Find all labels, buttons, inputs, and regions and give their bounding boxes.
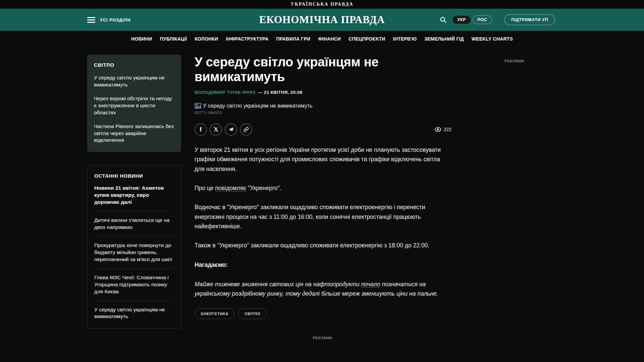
language-toggle: УКР РОС: [453, 15, 492, 24]
eye-icon: [434, 127, 441, 132]
nav-item-2[interactable]: КОЛОНКИ: [195, 36, 218, 42]
paragraph-2: Водночас в "Укренерго" закликали ощадлив…: [195, 202, 451, 231]
paragraph-4: Нагадаємо:: [195, 260, 451, 269]
topic-box-title: СВІТЛО: [94, 62, 174, 68]
article: У середу світло українцям не вимикатимут…: [195, 55, 451, 340]
latest-news-title: ОСТАННІ НОВИНИ: [94, 173, 174, 179]
tag-pill-1[interactable]: СВІТЛО: [238, 308, 267, 319]
nav-item-4[interactable]: ПРАВИЛА ГРИ: [276, 36, 310, 42]
paragraph-0: У вівторок 21 квітня в усіх регіонів Укр…: [195, 145, 451, 174]
nav-item-5[interactable]: ФІНАНСИ: [318, 36, 341, 42]
left-sidebar: СВІТЛО У середу світло українцям не вими…: [87, 55, 181, 328]
article-date: — 21 КВІТНЯ, 20:06: [258, 90, 303, 95]
lang-ros-button[interactable]: РОС: [473, 15, 492, 24]
ukrainska-pravda-logo[interactable]: УКРАЇНСЬКА ПРАВДА: [290, 2, 353, 7]
views-count: 222: [444, 127, 451, 132]
share-x-button[interactable]: [210, 123, 222, 136]
latest-news-item-0[interactable]: Новини 21 квітня: Ахметов купив квартиру…: [94, 185, 174, 212]
article-title: У середу світло українцям не вимикатимут…: [195, 55, 451, 84]
image-alt-text: У середу світло українцям не вимикатимут…: [203, 103, 313, 109]
topic-link-1[interactable]: Через ворожі обстріли та негоду є знестр…: [94, 95, 174, 116]
nav-item-9[interactable]: WEEKLY CHARTS: [472, 36, 513, 42]
topic-link-2[interactable]: Частина Рівного залишилась без світла че…: [94, 123, 174, 144]
menu-label: УСІ РОЗДІЛИ: [100, 17, 131, 22]
lang-ukr-button[interactable]: УКР: [453, 16, 471, 24]
paragraph-1: Про це повідомляє "Укренерго".: [195, 183, 451, 193]
site-header: УСІ РОЗДІЛИ ЕКОНОМІЧНА ПРАВДА УКР РОС ПІ…: [0, 9, 644, 31]
tags-row: ЕНЕРГЕТИКАСВІТЛО: [195, 308, 451, 319]
topic-box-svitlo: СВІТЛО У середу світло українцям не вими…: [87, 55, 181, 152]
topic-links: У середу світло українцям не вимикатимут…: [94, 74, 174, 144]
latest-news-list: Новини 21 квітня: Ахметов купив квартиру…: [94, 185, 174, 326]
article-image-broken: У середу світло українцям не вимикатимут…: [195, 103, 451, 109]
nav-item-3[interactable]: ІНФРАСТРУКТУРА: [226, 36, 268, 42]
nav-item-6[interactable]: СПЕЦПРОЄКТИ: [348, 36, 385, 42]
nav-item-8[interactable]: ЗЕМЕЛЬНИЙ ГІД: [424, 36, 464, 42]
main-nav: НОВИНИПУБЛІКАЦІЇКОЛОНКИІНФРАСТРУКТУРАПРА…: [0, 31, 644, 47]
search-icon: [439, 16, 447, 23]
tag-pill-0[interactable]: ЕНЕРГЕТИКА: [195, 308, 235, 319]
topic-link-0[interactable]: У середу світло українцям не вимикатимут…: [94, 74, 174, 88]
share-copy-link-button[interactable]: [240, 123, 252, 136]
image-credit: GETTY IMAGES: [195, 111, 451, 115]
support-up-button[interactable]: ПІДТРИМАТИ УП: [504, 14, 555, 25]
nav-item-1[interactable]: ПУБЛІКАЦІЇ: [160, 36, 187, 42]
byline: ВОЛОДИМИР ТУНІК-ФРИЗ — 21 КВІТНЯ, 20:06: [195, 90, 451, 95]
inline-link[interactable]: повідомляє: [215, 185, 246, 191]
header-controls: УКР РОС ПІДТРИМАТИ УП: [438, 14, 555, 25]
latest-news-item-1[interactable]: Дитячі вагони з'являться ще на двох напр…: [94, 217, 174, 237]
share-facebook-button[interactable]: f: [195, 123, 207, 136]
top-bar: УКРАЇНСЬКА ПРАВДА: [0, 0, 644, 9]
ekonomichna-pravda-logo[interactable]: ЕКОНОМІЧНА ПРАВДА: [259, 14, 385, 25]
ad-label-bottom: РЕКЛАМА:: [195, 336, 451, 340]
article-body: У вівторок 21 квітня в усіх регіонів Укр…: [195, 145, 451, 299]
share-telegram-button[interactable]: [225, 123, 237, 136]
nav-item-0[interactable]: НОВИНИ: [131, 36, 152, 42]
share-row: f: [195, 123, 451, 136]
ad-label-right: РЕКЛАМА:: [504, 59, 525, 63]
facebook-icon: f: [200, 126, 202, 133]
search-button[interactable]: [438, 15, 448, 25]
latest-news-item-3[interactable]: Глава МЗС Чехії: Словаччина і Угорщина п…: [94, 274, 174, 301]
latest-news-item-2[interactable]: Прокуратура хоче повернути до бюджету мі…: [94, 242, 174, 269]
copy-link-icon: [243, 127, 249, 132]
page-layout: СВІТЛО У середу світло українцям не вими…: [87, 55, 644, 340]
telegram-icon: [228, 127, 234, 132]
views-counter: 222: [434, 127, 451, 132]
inline-link[interactable]: почало: [361, 281, 380, 288]
nav-item-7[interactable]: ІНТЕРВ'Ю: [393, 36, 417, 42]
broken-image-icon: [195, 103, 201, 109]
article-author-link[interactable]: ВОЛОДИМИР ТУНІК-ФРИЗ: [195, 90, 256, 95]
all-sections-menu-button[interactable]: УСІ РОЗДІЛИ: [87, 17, 131, 23]
hamburger-icon: [87, 17, 95, 23]
latest-news-item-4[interactable]: У середу світло українцям не вимикатимут…: [94, 306, 174, 326]
right-ad-column: РЕКЛАМА:: [465, 55, 644, 64]
x-twitter-icon: [213, 127, 219, 132]
paragraph-5: Майже тижневе зниження світових цін на н…: [195, 280, 451, 299]
paragraph-3: Також в "Укренерго" закликали ощадливо с…: [195, 241, 451, 250]
latest-news-box: ОСТАННІ НОВИНИ Новини 21 квітня: Ахметов…: [87, 165, 181, 328]
